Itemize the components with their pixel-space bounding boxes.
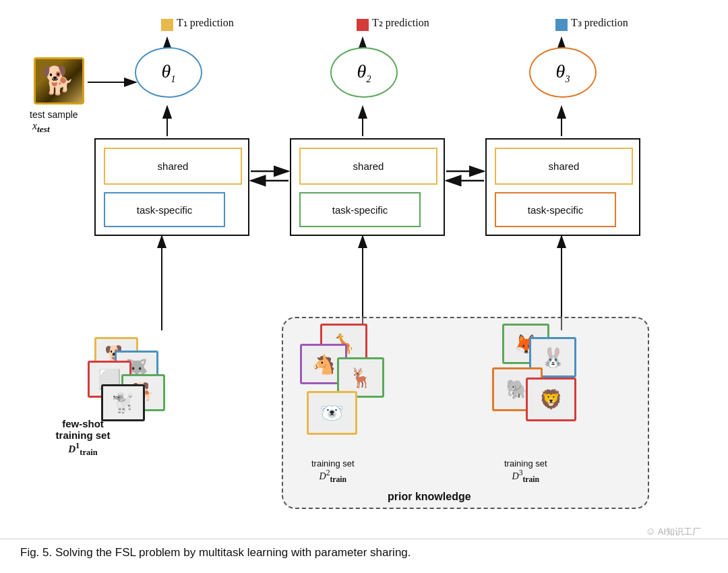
prior-knowledge-label: prior knowledge (388, 491, 471, 503)
t3-color-square (555, 19, 568, 31)
t1-color-square (161, 19, 173, 31)
task-specific-box-2: task-specific (299, 192, 421, 227)
training3-label: training set D3train (504, 458, 547, 483)
module-box-1: shared task-specific (94, 138, 249, 236)
separator-line (0, 539, 728, 539)
caption: Fig. 5. Solving the FSL problem by multi… (20, 546, 411, 560)
shared-box-2: shared (299, 148, 437, 185)
t3-prediction-label: T₃ prediction (571, 16, 628, 29)
shared-box-3: shared (495, 148, 633, 185)
module-box-2: shared task-specific (290, 138, 445, 236)
theta2-ellipse: θ2 (330, 47, 398, 98)
task-specific-box-3: task-specific (495, 192, 616, 227)
test-sample-image (34, 57, 84, 104)
t2-color-square (357, 19, 369, 31)
diagram: T₁ prediction T₂ prediction T₃ predictio… (20, 7, 708, 533)
module-box-3: shared task-specific (485, 138, 640, 236)
test-sample-math: xtest (32, 120, 50, 135)
test-sample-label: test sample (30, 109, 78, 120)
shared-box-1: shared (104, 148, 242, 185)
task-specific-box-1: task-specific (104, 192, 225, 227)
training2-label: training set D2train (311, 458, 355, 483)
main-container: T₁ prediction T₂ prediction T₃ predictio… (0, 0, 728, 573)
t2-prediction-label: T₂ prediction (372, 16, 429, 29)
few-shot-label: few-shottraining set D1train (39, 418, 127, 458)
watermark: ☺ AI知识工厂 (645, 525, 701, 538)
t1-prediction-label: T₁ prediction (177, 16, 234, 29)
theta3-ellipse: θ3 (529, 47, 597, 98)
theta1-ellipse: θ1 (135, 47, 202, 98)
